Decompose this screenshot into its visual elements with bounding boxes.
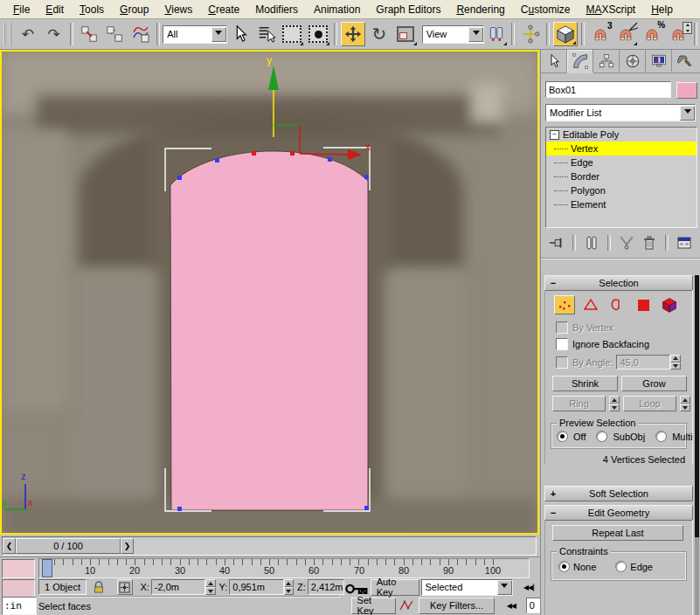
vertex[interactable] — [215, 158, 219, 162]
selection-lock-toggle[interactable] — [90, 579, 108, 595]
object-name-field[interactable]: Box01 — [545, 81, 671, 98]
use-pivot-point-center-button[interactable] — [485, 22, 508, 46]
ring-spinner[interactable] — [609, 396, 620, 411]
mini-listener-input[interactable]: :in — [2, 597, 37, 615]
menu-edit[interactable]: Edit — [38, 2, 72, 17]
selection-filter-dropdown[interactable]: All — [163, 25, 227, 44]
menu-customize[interactable]: Customize — [513, 2, 579, 17]
key-mode-arrow[interactable] — [497, 580, 512, 595]
menu-modifiers[interactable]: Modifiers — [247, 2, 306, 17]
unlink-selection-button[interactable] — [102, 22, 127, 46]
default-key-tangent-button[interactable] — [398, 598, 415, 613]
tab-create[interactable] — [541, 50, 567, 72]
vertex-subobject-button[interactable] — [554, 295, 575, 314]
ignore-backfacing-checkbox-row[interactable]: Ignore Backfacing — [556, 338, 649, 350]
vertex[interactable] — [328, 157, 332, 162]
object-color-swatch[interactable] — [676, 82, 697, 99]
by-angle-field[interactable]: 45,0 — [616, 355, 670, 370]
editable-poly-shape[interactable] — [170, 151, 368, 510]
tab-modify[interactable] — [567, 50, 593, 73]
remove-modifier-button[interactable] — [640, 234, 659, 252]
stack-item-element[interactable]: Element — [546, 197, 697, 211]
angle-snap-button[interactable] — [614, 22, 639, 46]
viewport-label[interactable]: Left — [7, 54, 23, 65]
radio-constraint-none[interactable] — [558, 561, 570, 572]
x-spinner[interactable] — [205, 579, 215, 595]
vertex-selected[interactable] — [290, 151, 295, 155]
pin-stack-button[interactable] — [547, 234, 566, 252]
undo-button[interactable]: ↶ — [16, 22, 40, 46]
snap-3-button[interactable]: 3 — [588, 22, 613, 46]
time-slider-next-button[interactable]: ❯ — [121, 538, 134, 554]
menu-maxscript[interactable]: MAXScript — [579, 2, 644, 17]
gizmo-x-axis[interactable] — [300, 154, 350, 155]
set-key-button[interactable]: Set Key — [351, 598, 397, 614]
mini-listener-macro-pane[interactable] — [2, 559, 35, 578]
menu-group[interactable]: Group — [112, 2, 156, 17]
stack-item-vertex[interactable]: Vertex — [546, 142, 697, 155]
menu-graph-editors[interactable]: Graph Editors — [368, 2, 448, 17]
redo-button[interactable]: ↷ — [42, 22, 66, 46]
select-by-name-button[interactable] — [254, 22, 279, 46]
vertex[interactable] — [364, 175, 369, 179]
stack-item-edge[interactable]: Edge — [546, 155, 697, 169]
x-coord-field[interactable]: -2,0m — [151, 579, 205, 595]
z-coord-field[interactable]: 2,412m — [308, 579, 344, 595]
radio-off[interactable] — [557, 431, 568, 442]
key-mode-toggle-button[interactable]: ◀◀ — [502, 598, 521, 613]
radio-subobj[interactable] — [596, 431, 607, 442]
viewport-canvas[interactable]: y x z y x Left — [2, 52, 537, 533]
track-bar-ruler[interactable]: 0 10 20 30 40 50 60 70 80 90 100 — [38, 558, 530, 578]
snaps-toggle-button[interactable] — [553, 22, 578, 46]
tab-display[interactable] — [646, 50, 672, 72]
window-crossing-toggle-button[interactable] — [306, 22, 330, 46]
stack-item-border[interactable]: Border — [546, 169, 697, 183]
configure-modifier-sets-button[interactable] — [675, 234, 694, 252]
viewport-left[interactable]: y x z y x Left — [0, 50, 539, 535]
by-angle-row[interactable]: By Angle: 45,0 — [556, 355, 681, 370]
menu-views[interactable]: Views — [156, 2, 200, 17]
bind-to-space-warp-button[interactable] — [128, 22, 153, 46]
by-vertex-checkbox-row[interactable]: By Vertex — [556, 321, 613, 334]
make-unique-button[interactable] — [617, 234, 636, 252]
select-and-move-button[interactable] — [341, 22, 365, 46]
edge-subobject-button[interactable] — [580, 295, 601, 314]
stack-item-polygon[interactable]: Polygon — [546, 183, 697, 197]
select-and-rotate-button[interactable]: ↻ — [367, 22, 392, 46]
y-coord-field[interactable]: 0,951m — [229, 579, 283, 595]
key-mode-dropdown[interactable]: Selected — [421, 579, 513, 596]
menu-file[interactable]: File — [5, 2, 38, 17]
shrink-button[interactable]: Shrink — [552, 376, 618, 391]
vertex[interactable] — [364, 506, 369, 510]
menu-help[interactable]: Help — [643, 2, 681, 17]
soft-selection-rollout-header[interactable]: +Soft Selection — [544, 486, 693, 501]
rectangular-selection-region-button[interactable] — [280, 22, 304, 46]
tab-hierarchy[interactable] — [593, 50, 620, 72]
absolute-mode-toggle[interactable] — [117, 579, 134, 595]
go-to-start-button[interactable]: ◀◀| — [520, 579, 538, 595]
key-filters-button[interactable]: Key Filters... — [419, 598, 495, 614]
ring-button[interactable]: Ring — [552, 396, 606, 411]
select-and-scale-button[interactable] — [393, 22, 418, 46]
toolbar-grip[interactable] — [3, 23, 11, 45]
radio-constraint-edge[interactable] — [615, 561, 627, 572]
loop-button[interactable]: Loop — [623, 396, 676, 411]
checkbox-icon[interactable] — [556, 321, 568, 334]
stack-item-editable-poly[interactable]: − Editable Poly — [546, 128, 697, 142]
border-subobject-button[interactable] — [606, 295, 627, 314]
tab-utilities[interactable] — [672, 50, 697, 72]
time-slider-handle[interactable]: 0 / 100 — [16, 538, 121, 554]
menu-rendering[interactable]: Rendering — [448, 2, 512, 17]
panel-scrollbar[interactable] — [695, 275, 699, 615]
radio-multi[interactable] — [655, 431, 667, 442]
checkbox-icon[interactable] — [556, 338, 568, 350]
modifier-list-dropdown[interactable]: Modifier List — [545, 104, 696, 121]
menu-animation[interactable]: Animation — [306, 2, 368, 17]
reference-coordinate-dropdown[interactable]: View — [422, 25, 485, 44]
percent-snap-button[interactable]: % — [640, 22, 664, 46]
by-angle-spinner[interactable] — [670, 355, 681, 370]
selection-rollout-header[interactable]: −Selection — [544, 275, 693, 291]
current-frame-marker[interactable] — [42, 559, 52, 577]
vertex[interactable] — [177, 176, 182, 180]
select-object-button[interactable] — [228, 22, 253, 46]
